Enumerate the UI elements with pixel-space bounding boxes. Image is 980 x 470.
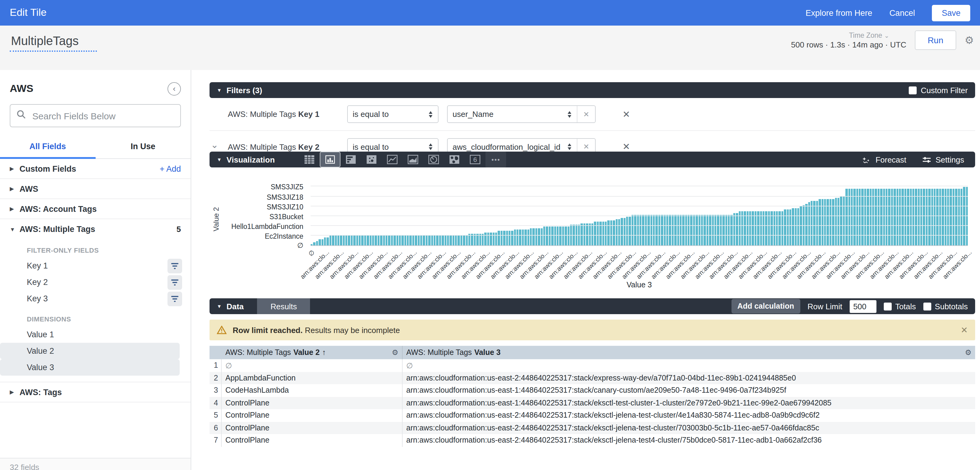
search-input[interactable] bbox=[32, 111, 174, 121]
cell-value-3[interactable]: arn:aws:cloudformation:us-east-1:4486402… bbox=[402, 386, 975, 395]
chart-bar[interactable] bbox=[383, 236, 385, 245]
chart-bar[interactable] bbox=[808, 202, 810, 245]
chart-bar[interactable] bbox=[776, 211, 778, 245]
chart-bar[interactable] bbox=[944, 189, 947, 245]
chart-bar[interactable] bbox=[650, 215, 652, 245]
chart-bar[interactable] bbox=[417, 236, 420, 245]
explore-from-here-link[interactable]: Explore from Here bbox=[805, 8, 872, 17]
column-header-value-3[interactable]: AWS: Multiple Tags Value 3 ⚙ bbox=[402, 346, 975, 359]
dismiss-warning-icon[interactable]: ✕ bbox=[961, 325, 968, 335]
chart-bar[interactable] bbox=[915, 189, 917, 245]
chart-bar[interactable] bbox=[856, 189, 858, 245]
subtotals-toggle[interactable]: Subtotals bbox=[923, 302, 968, 311]
chart-bar[interactable] bbox=[466, 236, 468, 245]
chart-bar[interactable] bbox=[645, 215, 647, 245]
chart-bar[interactable] bbox=[859, 189, 861, 245]
cell-value-2[interactable]: ControlPlane bbox=[222, 409, 402, 422]
chart-bar[interactable] bbox=[327, 237, 329, 245]
chart-bar[interactable] bbox=[391, 236, 393, 245]
chart-bar[interactable] bbox=[955, 189, 957, 245]
chart-bar[interactable] bbox=[439, 236, 441, 245]
chart-bar[interactable] bbox=[671, 215, 674, 245]
chart-bar[interactable] bbox=[629, 216, 631, 245]
chart-bar[interactable] bbox=[608, 221, 610, 245]
chart-bar[interactable] bbox=[920, 189, 923, 245]
chart-bar[interactable] bbox=[348, 236, 350, 245]
field-value-3-selected[interactable]: Value 3 bbox=[0, 359, 180, 376]
chart-bar[interactable] bbox=[669, 215, 671, 245]
chart-bar[interactable] bbox=[450, 236, 452, 245]
chart-bar[interactable] bbox=[712, 215, 714, 245]
chart-bar[interactable] bbox=[637, 215, 639, 245]
chart-bar[interactable] bbox=[899, 189, 901, 245]
chart-bar[interactable] bbox=[693, 215, 695, 245]
chart-bar[interactable] bbox=[896, 189, 898, 245]
chart-bar[interactable] bbox=[947, 189, 949, 245]
chart-bar[interactable] bbox=[313, 242, 315, 245]
subtotals-checkbox[interactable] bbox=[923, 302, 931, 310]
chart-bar[interactable] bbox=[447, 236, 449, 245]
chart-bar[interactable] bbox=[551, 226, 554, 245]
chart-bar[interactable] bbox=[431, 236, 433, 245]
chart-bar[interactable] bbox=[385, 236, 388, 245]
chart-bar[interactable] bbox=[492, 233, 495, 246]
gear-icon[interactable]: ⚙ bbox=[965, 34, 974, 46]
timezone-dropdown[interactable]: Time Zone ⌄ bbox=[849, 31, 889, 39]
chart-bar[interactable] bbox=[318, 240, 321, 245]
chart-bar[interactable] bbox=[797, 208, 799, 245]
chart-bar[interactable] bbox=[851, 189, 853, 245]
chart-bar[interactable] bbox=[688, 215, 690, 245]
sidebar-item-aws-tags[interactable]: ▶ AWS: Tags bbox=[0, 382, 191, 402]
chart-bar[interactable] bbox=[953, 189, 955, 245]
chart-bar[interactable] bbox=[811, 201, 813, 246]
chart-bar[interactable] bbox=[581, 224, 583, 245]
chart-bar[interactable] bbox=[787, 210, 789, 246]
chart-bar[interactable] bbox=[393, 236, 396, 245]
chart-bar[interactable] bbox=[730, 215, 733, 245]
chart-bar[interactable] bbox=[436, 236, 439, 245]
chart-bar[interactable] bbox=[653, 215, 655, 245]
chart-bar[interactable] bbox=[680, 215, 682, 245]
chart-bar[interactable] bbox=[426, 236, 428, 245]
run-button[interactable]: Run bbox=[915, 30, 956, 50]
chart-bar[interactable] bbox=[610, 221, 612, 245]
chart-bar[interactable] bbox=[728, 215, 730, 245]
chart-bar[interactable] bbox=[415, 236, 417, 245]
chart-bar[interactable] bbox=[781, 211, 784, 245]
chart-bar[interactable] bbox=[843, 196, 845, 245]
chart-bar[interactable] bbox=[958, 189, 960, 245]
cell-value-2[interactable]: AppLambdaFunction bbox=[222, 372, 402, 384]
remove-filter-icon[interactable]: ✕ bbox=[622, 141, 630, 152]
chart-bar[interactable] bbox=[794, 208, 797, 245]
chart-bar[interactable] bbox=[412, 236, 414, 245]
chart-bar[interactable] bbox=[923, 189, 925, 245]
add-calculation-button[interactable]: Add calculation bbox=[731, 299, 800, 314]
custom-filter-toggle[interactable]: Custom Filter bbox=[908, 86, 968, 95]
chart-bar[interactable] bbox=[514, 230, 516, 246]
collapse-sidebar-button[interactable]: ‹ bbox=[167, 82, 181, 95]
chart-bar[interactable] bbox=[765, 211, 767, 245]
chart-bar[interactable] bbox=[490, 233, 492, 246]
chart-bar[interactable] bbox=[359, 236, 361, 245]
field-value-2-selected[interactable]: Value 2 bbox=[0, 343, 180, 359]
chart-bar[interactable] bbox=[722, 215, 724, 245]
chart-bar[interactable] bbox=[950, 189, 952, 245]
chart-bar[interactable] bbox=[701, 215, 703, 245]
chart-bar[interactable] bbox=[714, 215, 717, 245]
chart-bar[interactable] bbox=[784, 210, 786, 246]
chart-bar[interactable] bbox=[733, 213, 735, 245]
chart-bar[interactable] bbox=[485, 233, 487, 246]
chart-bar[interactable] bbox=[709, 215, 711, 245]
chart-bar[interactable] bbox=[928, 189, 931, 245]
chart-bar[interactable] bbox=[533, 228, 535, 245]
chart-bar[interactable] bbox=[500, 231, 503, 245]
chart-bar[interactable] bbox=[837, 198, 840, 245]
chart-bar[interactable] bbox=[525, 230, 527, 246]
cell-value-2[interactable]: CodeHashLambda bbox=[222, 384, 402, 397]
chart-bar[interactable] bbox=[584, 224, 585, 245]
chart-bar[interactable] bbox=[685, 215, 687, 245]
chart-bar[interactable] bbox=[562, 226, 564, 245]
chart-bar[interactable] bbox=[460, 236, 463, 245]
chart-bar[interactable] bbox=[926, 189, 928, 245]
chart-bar[interactable] bbox=[931, 189, 933, 245]
